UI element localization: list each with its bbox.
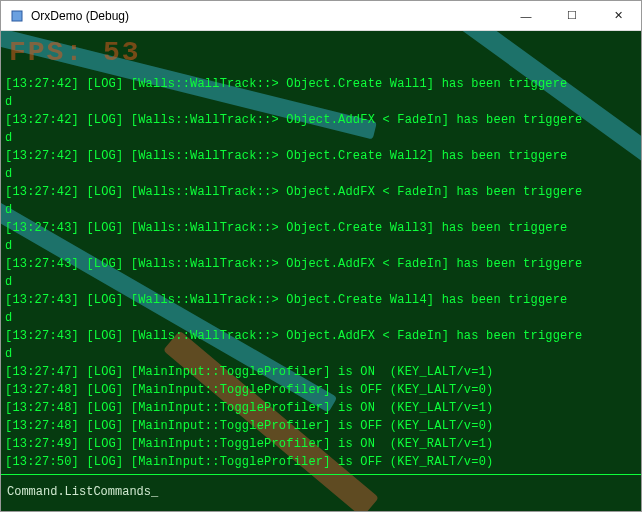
console-log-area[interactable]: [13:27:42] [LOG] [Walls::WallTrack::> Ob… bbox=[1, 31, 641, 474]
log-line: d bbox=[5, 93, 637, 111]
log-line: [13:27:43] [LOG] [Walls::WallTrack::> Ob… bbox=[5, 255, 637, 273]
log-line: [13:27:50] [LOG] [MainInput::ToggleProfi… bbox=[5, 453, 637, 471]
console-input-row[interactable]: Command.ListCommands_ bbox=[1, 474, 641, 511]
log-line: [13:27:42] [LOG] [Walls::WallTrack::> Ob… bbox=[5, 183, 637, 201]
debug-console: [13:27:42] [LOG] [Walls::WallTrack::> Ob… bbox=[1, 31, 641, 511]
log-line: d bbox=[5, 273, 637, 291]
maximize-button[interactable]: ☐ bbox=[549, 1, 595, 30]
log-line: [13:27:43] [LOG] [Walls::WallTrack::> Ob… bbox=[5, 327, 637, 345]
log-line: [13:27:42] [LOG] [Walls::WallTrack::> Ob… bbox=[5, 147, 637, 165]
svg-rect-0 bbox=[12, 11, 22, 21]
log-line: [13:27:47] [LOG] [MainInput::ToggleProfi… bbox=[5, 363, 637, 381]
text-cursor: _ bbox=[151, 483, 158, 501]
close-button[interactable]: ✕ bbox=[595, 1, 641, 30]
log-line: d bbox=[5, 165, 637, 183]
log-line: [13:27:48] [LOG] [MainInput::ToggleProfi… bbox=[5, 381, 637, 399]
window-title: OrxDemo (Debug) bbox=[31, 9, 503, 23]
log-line: d bbox=[5, 201, 637, 219]
log-line: d bbox=[5, 129, 637, 147]
log-line: d bbox=[5, 345, 637, 363]
game-client-area: FPS: 53 [13:27:42] [LOG] [Walls::WallTra… bbox=[1, 31, 641, 511]
console-input-text[interactable]: Command.ListCommands bbox=[7, 483, 151, 501]
log-line: d bbox=[5, 309, 637, 327]
minimize-button[interactable]: — bbox=[503, 1, 549, 30]
app-icon bbox=[9, 8, 25, 24]
log-line: [13:27:43] [LOG] [Walls::WallTrack::> Ob… bbox=[5, 291, 637, 309]
log-line: [13:27:48] [LOG] [MainInput::ToggleProfi… bbox=[5, 399, 637, 417]
titlebar[interactable]: OrxDemo (Debug) — ☐ ✕ bbox=[1, 1, 641, 31]
log-line: [13:27:43] [LOG] [Walls::WallTrack::> Ob… bbox=[5, 219, 637, 237]
log-line: [13:27:42] [LOG] [Walls::WallTrack::> Ob… bbox=[5, 75, 637, 93]
log-line: [13:27:49] [LOG] [MainInput::ToggleProfi… bbox=[5, 435, 637, 453]
log-line: d bbox=[5, 237, 637, 255]
window-controls: — ☐ ✕ bbox=[503, 1, 641, 30]
log-line: [13:27:48] [LOG] [MainInput::ToggleProfi… bbox=[5, 417, 637, 435]
log-line: [13:27:42] [LOG] [Walls::WallTrack::> Ob… bbox=[5, 111, 637, 129]
app-window: OrxDemo (Debug) — ☐ ✕ FPS: 53 [13:27:42]… bbox=[0, 0, 642, 512]
